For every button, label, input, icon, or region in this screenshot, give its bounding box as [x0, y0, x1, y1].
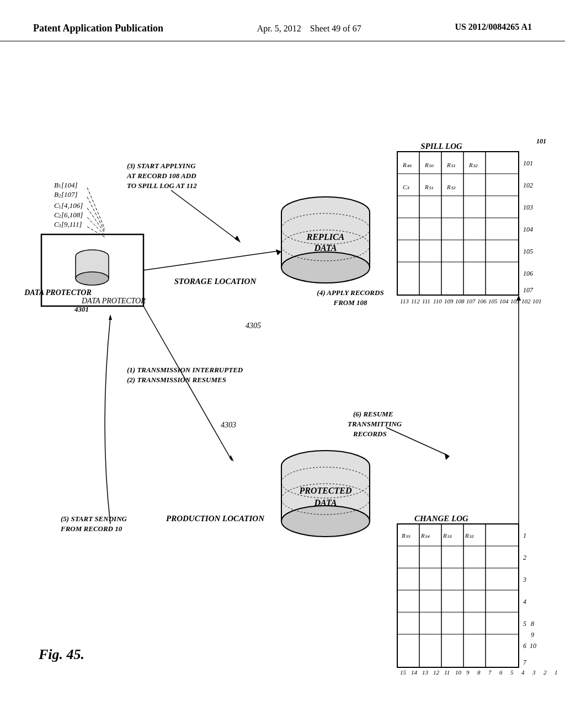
cl-num-9: 9 [466, 669, 470, 676]
svg-line-6 [87, 188, 105, 229]
header-center: Apr. 5, 2012 Sheet 49 of 67 [257, 22, 361, 35]
svg-marker-41 [230, 455, 234, 462]
row-107: 107 [523, 286, 534, 294]
num-104: 104 [499, 298, 509, 304]
step6-line3: RECORDS [353, 430, 387, 438]
cl-r52c: R₅₂ [465, 532, 474, 539]
num-110: 110 [433, 298, 442, 304]
label-c2-sub: 2 [58, 213, 61, 219]
svg-marker-43 [445, 453, 450, 460]
cl-row-6: 6 [523, 642, 526, 650]
svg-marker-39 [109, 314, 112, 320]
data-protector-label: DATA PROTECTOR [24, 288, 92, 297]
row-103: 103 [523, 204, 533, 211]
step2-line: (2) TRANSMISSION RESUMES [127, 376, 226, 384]
label-b2: B [54, 190, 58, 199]
row-101: 101 [523, 159, 533, 167]
cell-c3: C₃ [403, 184, 409, 190]
label-c1-sub: 1 [58, 204, 61, 210]
cl-row-9: 9 [531, 631, 534, 639]
step3-line2: AT RECORD 108 ADD [126, 172, 196, 180]
cl-num-5: 5 [510, 669, 514, 676]
page-header: Patent Application Publication Apr. 5, 2… [0, 0, 565, 41]
label-b1-sub: 1 [58, 183, 61, 189]
cl-row-5: 5 [523, 620, 526, 628]
svg-marker-21 [276, 249, 281, 255]
replica-data-label1: REPLICA [306, 232, 345, 242]
svg-line-42 [386, 427, 447, 455]
cl-num-11: 11 [444, 669, 450, 676]
row-105: 105 [523, 248, 533, 255]
cl-num-13: 13 [422, 669, 429, 676]
svg-point-3 [76, 272, 109, 285]
sheet-info: Sheet 49 of 67 [310, 24, 361, 33]
cell-r50: R₅₀ [424, 162, 434, 168]
svg-line-8 [87, 208, 105, 233]
step1-line: (1) TRANSMISSION INTERRUPTED [127, 366, 243, 374]
row-104: 104 [523, 226, 533, 233]
step6-line2: TRANSMITTING [348, 420, 402, 428]
cl-num-7: 7 [488, 669, 492, 676]
ref-4301: 4301 [74, 305, 89, 313]
svg-line-20 [143, 251, 279, 270]
spill-log-title: SPILL LOG [420, 142, 462, 151]
cl-row-3: 3 [523, 576, 526, 584]
cl-num-1: 1 [555, 669, 558, 676]
cl-num-15: 15 [400, 669, 407, 676]
production-location-label: PRODUCTION LOCATION [166, 514, 265, 523]
data-protector-label2: DATA PROTECTOR [81, 297, 146, 305]
step3-line1: (3) START APPLYING [127, 162, 196, 170]
svg-line-7 [87, 197, 105, 232]
step4-line2: FROM 108 [333, 298, 367, 307]
step5-line2: FROM RECORD 10 [60, 524, 122, 533]
cell-r51: R₅₁ [446, 162, 455, 168]
cl-row-1: 1 [523, 532, 526, 539]
svg-marker-12 [234, 235, 241, 243]
cl-num-8: 8 [477, 669, 481, 676]
num-108: 108 [455, 298, 465, 304]
label-b2-sub: 2 [58, 193, 61, 199]
cl-num-14: 14 [411, 669, 418, 676]
protected-data-label1: PROTECTED [299, 486, 352, 495]
cl-r54: R₅₄ [420, 532, 430, 539]
cl-num-6: 6 [499, 669, 503, 676]
label-b1-bracket: [104] [61, 181, 78, 189]
cl-num-2: 2 [543, 669, 547, 676]
num-101: 101 [532, 298, 542, 304]
num-109: 109 [444, 298, 454, 304]
svg-line-10 [87, 227, 105, 237]
svg-rect-44 [397, 524, 519, 667]
cl-num-4: 4 [521, 669, 525, 676]
svg-line-11 [171, 190, 237, 240]
figure-label: Fig. 45. [38, 646, 84, 662]
protected-data-label2: DATA [314, 498, 337, 507]
num-107: 107 [466, 298, 476, 304]
num-112: 112 [411, 298, 420, 304]
num-113: 113 [400, 298, 409, 304]
cl-row-7: 7 [523, 659, 527, 666]
cl-num-10: 10 [455, 669, 462, 676]
cl-r55: R₅₅ [401, 532, 411, 539]
publication-date: Apr. 5, 2012 [257, 24, 301, 33]
row-106: 106 [523, 270, 533, 277]
cell-r49: R₄₉ [402, 162, 412, 168]
label-c1-bracket: [4,106] [61, 201, 83, 210]
change-log-title: CHANGE LOG [414, 514, 468, 523]
cell-r52: R₅₂ [468, 162, 478, 168]
ref-4305: 4305 [246, 322, 261, 330]
label-c3-bracket: [9,111] [61, 220, 82, 228]
col-ref-101: 101 [536, 137, 546, 145]
cl-row-10: 10 [530, 642, 536, 650]
cl-r53: R₅₃ [443, 532, 452, 539]
ref-4303: 4303 [221, 421, 236, 429]
patent-number: US 2012/0084265 A1 [455, 22, 532, 32]
step3-line3: TO SPILL LOG AT 112 [127, 181, 197, 190]
cl-num-12: 12 [433, 669, 440, 676]
step6-line1: (6) RESUME [353, 410, 393, 418]
storage-location-label: STORAGE LOCATION [174, 277, 257, 286]
num-102: 102 [521, 298, 531, 304]
label-b1: B [54, 181, 58, 189]
cell-r51b: R₅₁ [424, 184, 433, 190]
step5-line1: (5) START SENDING [61, 515, 127, 523]
patent-diagram-svg: Fig. 45. DATA PROTECTOR DATA PROTECTOR 4… [0, 41, 565, 703]
